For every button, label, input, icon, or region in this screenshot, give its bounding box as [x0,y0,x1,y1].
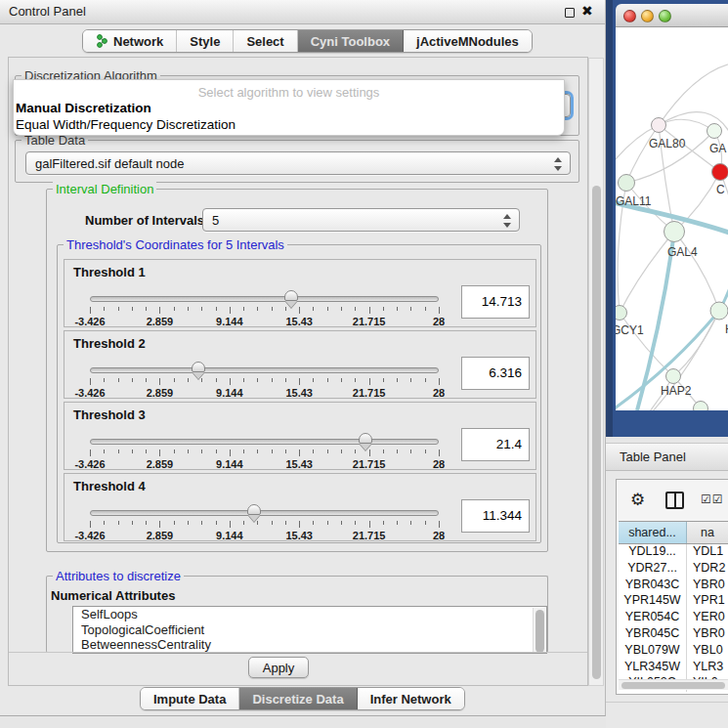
table-row[interactable]: YBR045C YBR0 [619,626,728,643]
tick-label: -3.426 [61,387,119,399]
tick-label: -3.426 [61,530,119,541]
network-node[interactable] [666,369,681,384]
dropdown-option-equal-width-frequency[interactable]: Equal Width/Frequency Discretization [16,117,236,132]
network-node[interactable] [712,164,728,181]
threshold-panel: Threshold 1 -3.4262.8599.14415.4321.7152… [64,259,536,327]
network-edge [620,232,674,313]
slider-thumb[interactable] [192,362,205,372]
float-window-icon[interactable] [565,8,575,18]
network-node[interactable] [619,175,635,192]
group-title: Interval Definition [53,182,156,196]
tick-label: 21.715 [340,316,399,327]
threshold-value-field[interactable]: 14.713 [461,285,530,319]
number-of-intervals-combobox[interactable]: 5 [202,208,520,232]
combo-value: 5 [212,213,219,228]
node-label: GAL4 [667,245,698,259]
tab-label: Network [113,34,163,49]
threshold-label: Threshold 4 [73,479,146,493]
tick-label: 2.859 [130,530,189,541]
traffic-light-zoom-icon[interactable] [659,10,671,22]
tick-label: -3.426 [61,316,119,327]
tab-label: Cyni Toolbox [311,34,390,49]
thresholds-group: Threshold's Coordinates for 5 Intervals … [57,244,541,543]
gear-icon[interactable]: ⚙ [630,490,645,510]
tick-label: -3.426 [61,458,119,470]
tick-label: 9.144 [200,387,259,399]
cell-name: YLR3 [687,660,728,676]
tick-label: 2.859 [130,458,189,470]
threshold-slider[interactable] [90,296,439,302]
tab-cyni-toolbox[interactable]: Cyni Toolbox [298,30,404,52]
slider-thumb[interactable] [359,433,372,444]
threshold-value-field[interactable]: 6.316 [461,357,530,390]
threshold-value-field[interactable]: 21.4 [461,428,530,461]
traffic-light-close-icon[interactable] [623,10,636,22]
table-row[interactable]: YDL19... YDL1 [619,544,728,561]
cell-name: YDL1 [687,544,728,561]
network-canvas[interactable]: GAL80GACGAL11GAL4GCY1HHAP2 [616,27,728,410]
tick-label: 28 [409,387,468,399]
threshold-value-field[interactable]: 11.344 [461,499,530,533]
attribute-item[interactable]: TopologicalCoefficient [73,622,546,638]
cell-shared-name: YLR345W [619,660,687,676]
table-horizontal-scrollbar[interactable] [619,679,728,690]
algorithm-dropdown-popup: Select algorithm to view settings Manual… [13,79,565,136]
tab-jactivemnodules[interactable]: jActiveMNodules [404,30,532,52]
cell-name: YDR2 [687,561,728,578]
column-header-name[interactable]: na [687,522,728,543]
cell-shared-name: YPR145W [619,593,687,610]
slider-thumb[interactable] [247,504,261,515]
traffic-light-minimize-icon[interactable] [641,10,654,22]
cell-shared-name: YBL079W [619,643,687,660]
split-columns-icon[interactable] [665,492,684,509]
network-node[interactable] [616,306,627,321]
threshold-label: Threshold 3 [73,407,146,422]
tab-label: jActiveMNodules [416,34,519,49]
combo-spinner-icon [554,156,563,172]
close-icon[interactable]: ✖ [581,3,593,19]
control-panel: Control Panel ✖ Network Style Select Cyn… [0,0,606,716]
tab-select[interactable]: Select [234,30,297,52]
slider-thumb[interactable] [284,290,298,301]
tab-label: Select [246,34,283,49]
table-row[interactable]: YBR043C YBR0 [619,578,728,594]
network-window-titlebar [616,4,728,27]
numerical-attributes-list[interactable]: SelfLoopsTopologicalCoefficientBetweenne… [72,606,547,654]
tab-infer-network[interactable]: Infer Network [358,688,464,709]
tab-impute-data[interactable]: Impute Data [141,688,239,709]
apply-button[interactable]: Apply [248,657,309,678]
threshold-panel: Threshold 2 -3.4262.8599.14415.4321.7152… [64,330,536,399]
tab-label: Style [190,34,220,49]
threshold-label: Threshold 1 [73,265,146,279]
cell-shared-name: YBR045C [619,626,687,643]
node-label: GCY1 [616,323,644,337]
threshold-slider[interactable] [90,367,439,373]
network-node[interactable] [710,302,728,320]
threshold-slider[interactable] [90,439,439,445]
table-row[interactable]: YDR27... YDR2 [619,561,728,578]
table-row[interactable]: YLR345W YLR3 [619,660,728,676]
network-node[interactable] [652,118,666,133]
table-row[interactable]: YBL079W YBL0 [619,643,728,660]
network-node[interactable] [707,124,722,139]
network-node[interactable] [664,222,685,242]
checkbox-icons[interactable]: ☑☑ [701,492,724,506]
tab-style[interactable]: Style [177,30,234,52]
threshold-slider[interactable] [90,510,439,516]
cyni-toolbox-pane: Discretization Algorithm Select algorith… [8,57,588,686]
table-data-combobox[interactable]: galFiltered.sif default node [25,151,571,175]
dropdown-option-manual-discretization[interactable]: Manual Discretization [16,101,151,115]
column-header-shared-name[interactable]: shared... [619,522,687,543]
tab-network[interactable]: Network [83,30,177,52]
panel-scrollbar[interactable] [588,58,604,686]
tab-label: Impute Data [153,692,226,707]
list-scrollbar[interactable] [533,608,545,652]
cell-name: YBR0 [687,626,728,643]
table-header-row: shared... na [619,521,728,544]
tab-discretize-data[interactable]: Discretize Data [239,688,357,709]
table-row[interactable]: YER054C YER0 [619,610,728,626]
attribute-item[interactable]: BetweennessCentrality [73,637,546,653]
tick-label: 21.715 [340,530,399,541]
table-row[interactable]: YPR145W YPR1 [619,593,728,610]
attribute-item[interactable]: SelfLoops [73,607,546,622]
